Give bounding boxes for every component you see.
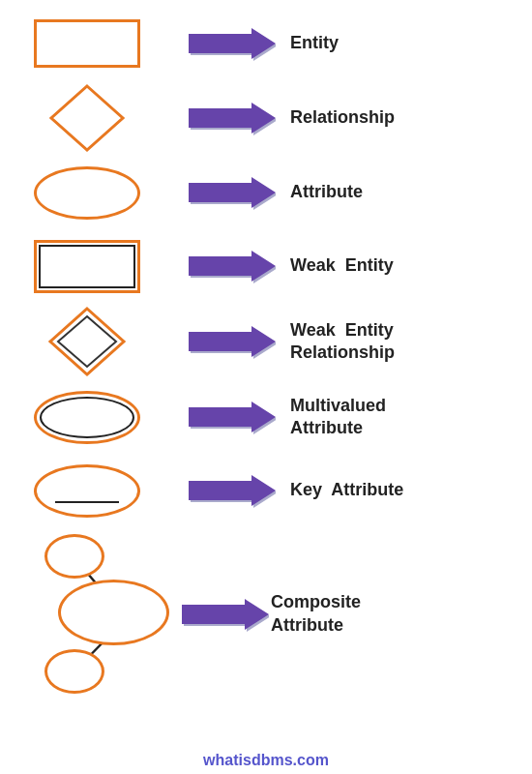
- weak-entity-double-rect: [34, 240, 140, 293]
- key-attribute-ellipse-with-line: [34, 464, 140, 518]
- key-attribute-ellipse: [34, 464, 140, 518]
- weak-entity-rel-label: Weak EntityRelationship: [290, 319, 532, 365]
- entity-symbol: [0, 19, 174, 68]
- composite-arrow: [179, 597, 271, 632]
- svg-marker-10: [58, 316, 116, 367]
- attribute-row: Attribute: [0, 159, 532, 226]
- composite-small-top-ellipse: [44, 534, 104, 579]
- entity-rectangle: [34, 19, 140, 68]
- multivalued-arrow: [174, 400, 290, 434]
- attribute-ellipse: [34, 166, 140, 220]
- relationship-arrow: [174, 101, 290, 135]
- diagram-container: Entity Relationship Attribute: [0, 0, 532, 774]
- weak-entity-rel-symbol: [0, 306, 174, 377]
- composite-symbol: [10, 534, 179, 694]
- watermark: whatisdbms.com: [203, 752, 329, 769]
- key-attribute-symbol: [0, 464, 174, 518]
- composite-main-ellipse: [58, 580, 169, 645]
- weak-entity-inner-rect: [39, 245, 135, 288]
- key-attribute-arrow: [174, 473, 290, 508]
- attribute-symbol: [0, 166, 174, 220]
- weak-entity-rel-arrow: [174, 324, 290, 359]
- composite-section: Composite Attribute: [0, 534, 532, 694]
- weak-entity-arrow: [174, 249, 290, 283]
- key-attribute-label: Key Attribute: [290, 479, 532, 501]
- key-attribute-underline: [55, 501, 119, 504]
- multivalued-row: MultivaluedAttribute: [0, 383, 532, 451]
- relationship-symbol: [0, 83, 174, 153]
- key-attribute-row: Key Attribute: [0, 457, 532, 524]
- entity-label: Entity: [290, 32, 532, 54]
- relationship-diamond-svg: [48, 83, 126, 153]
- svg-marker-2: [51, 86, 123, 150]
- composite-small-bottom-ellipse: [44, 649, 104, 694]
- entity-arrow: [174, 26, 290, 61]
- attribute-label: Attribute: [290, 181, 532, 203]
- weak-rel-double-diamond-svg: [47, 306, 127, 377]
- weak-entity-label: Weak Entity: [290, 254, 532, 277]
- relationship-label: Relationship: [290, 106, 532, 129]
- multivalued-double-ellipse: [34, 391, 140, 444]
- multivalued-label: MultivaluedAttribute: [290, 395, 532, 440]
- attribute-arrow: [174, 175, 290, 210]
- weak-entity-rel-row: Weak EntityRelationship: [0, 306, 532, 377]
- composite-label: Composite Attribute: [271, 591, 361, 637]
- weak-entity-symbol: [0, 240, 174, 293]
- multivalued-inner-ellipse: [40, 397, 134, 438]
- weak-entity-row: Weak Entity: [0, 232, 532, 300]
- entity-row: Entity: [0, 10, 532, 77]
- multivalued-symbol: [0, 391, 174, 444]
- relationship-row: Relationship: [0, 83, 532, 153]
